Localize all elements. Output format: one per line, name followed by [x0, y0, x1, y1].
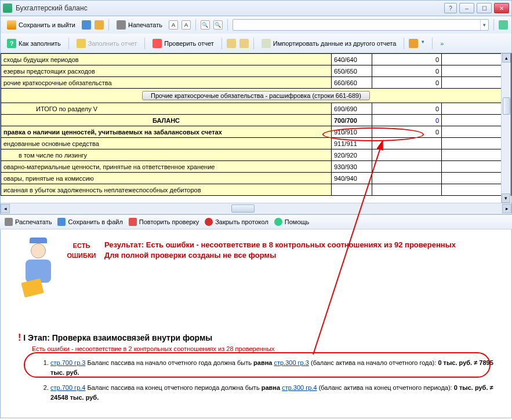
toolbar-secondary: ?Как заполнить Заполнить отчет Проверить…	[0, 34, 512, 53]
font-a-icon[interactable]: A	[169, 20, 178, 30]
search-dropdown-icon[interactable]: ▾	[480, 20, 488, 30]
import-label: Импортировать данные из другого отчета	[273, 40, 396, 47]
error-item: стр.700 гр.3 Баланс пассива на начало от…	[50, 358, 494, 377]
check-icon	[152, 39, 162, 48]
font-b-icon[interactable]: A	[181, 20, 191, 30]
print-icon	[117, 20, 126, 30]
error-link[interactable]: стр.300 гр.3	[274, 359, 308, 366]
repeat-icon	[129, 218, 137, 226]
save-and-exit-button[interactable]: Сохранить и выйти	[4, 19, 78, 31]
settings-icon[interactable]	[409, 39, 418, 48]
vertical-scrollbar[interactable]: ▴ ▾	[501, 53, 511, 203]
print-label: Напечатать	[128, 21, 162, 28]
protocol-toolbar: Распечатать Сохранить в файл Повторить п…	[0, 214, 512, 229]
check-report-button[interactable]: Проверить отчет	[150, 38, 217, 49]
error-item: стр.700 гр.4 Баланс пассива на конец отч…	[50, 383, 494, 402]
save-exit-icon	[7, 20, 16, 30]
print-button[interactable]: Напечатать	[114, 19, 165, 31]
officer-illustration	[18, 240, 59, 298]
stage-subtitle: Есть ошибки - несоответствие в 2 контрол…	[32, 345, 494, 352]
table-row[interactable]: рочие краткосрочные обязательства660/660…	[1, 77, 511, 89]
table-row-total[interactable]: ИТОГО по разделу V690/69000	[1, 103, 511, 115]
error-link[interactable]: стр.300 гр.4	[282, 384, 317, 391]
scroll-up-icon[interactable]: ▴	[502, 53, 511, 63]
balance-grid: сходы будущих периодов640/64000 езервы п…	[0, 53, 512, 214]
fill-report-label: Заполнить отчет	[88, 40, 137, 47]
scroll-thumb[interactable]	[503, 97, 510, 115]
disk-icon	[57, 218, 66, 226]
proto-help-button[interactable]: Помощь	[274, 218, 310, 226]
result-line-1: Результат: Есть ошибки - несоответствие …	[104, 240, 494, 250]
error-link[interactable]: стр.700 гр.3	[50, 359, 85, 366]
print-icon	[5, 218, 13, 226]
proto-repeat-button[interactable]: Повторить проверку	[129, 218, 199, 226]
save-exit-label: Сохранить и выйти	[19, 21, 75, 28]
check-report-label: Проверить отчет	[164, 40, 214, 47]
titlebar: Бухгалтерский баланс ? – ☐ ✕	[0, 0, 512, 16]
doc-in-icon[interactable]	[227, 39, 236, 48]
help-icon	[274, 218, 282, 226]
toolbar-primary: Сохранить и выйти Напечатать A A 🔍 🔍 ▾	[0, 16, 512, 34]
how-fill-button[interactable]: ?Как заполнить	[4, 38, 64, 49]
help-button[interactable]: ?	[444, 3, 457, 13]
result-line-2: Для полной проверки созданы не все формы	[104, 250, 494, 261]
proto-print-button[interactable]: Распечатать	[5, 218, 52, 226]
doc-out-icon[interactable]	[239, 39, 249, 48]
minimize-button[interactable]: –	[459, 3, 474, 13]
table-row[interactable]: овары, принятые на комиссию940/940	[1, 173, 511, 184]
protocol-body[interactable]: ЕСТЬ ОШИБКИ Результат: Есть ошибки - нес…	[0, 229, 512, 418]
table-row-balance[interactable]: БАЛАНС700/70000	[1, 115, 511, 126]
table-row[interactable]: ендованные основные средства911/911	[1, 138, 511, 149]
expand-rows-button[interactable]: Прочие краткосрочные обязательства - рас…	[142, 91, 370, 100]
settings-dropdown-icon[interactable]: ▾	[422, 39, 427, 48]
table-row[interactable]: оварно-материальные ценности, принятые н…	[1, 161, 511, 173]
error-link[interactable]: стр.700 гр.4	[50, 384, 85, 391]
hscroll-thumb[interactable]	[231, 204, 255, 213]
window-title: Бухгалтерский баланс	[16, 4, 444, 12]
proto-close-button[interactable]: Закрыть протокол	[205, 218, 268, 226]
scroll-left-icon[interactable]: ◂	[1, 204, 10, 213]
horizontal-scrollbar[interactable]: ◂ ▸	[1, 203, 511, 213]
pen-icon	[77, 39, 86, 48]
table-row[interactable]: в том числе по лизингу920/920	[1, 149, 511, 161]
search-field[interactable]: ▾	[233, 19, 489, 31]
refresh-icon[interactable]	[499, 20, 508, 30]
question-icon: ?	[7, 39, 16, 48]
overflow-icon[interactable]: »	[437, 39, 446, 48]
import-icon	[262, 39, 271, 48]
app-icon	[3, 3, 12, 13]
fill-report-button: Заполнить отчет	[74, 38, 140, 49]
zoom-in-icon[interactable]: 🔍	[201, 20, 210, 30]
table-row[interactable]: езервы предстоящих расходов650/65000	[1, 65, 511, 77]
table-row[interactable]: сходы будущих периодов640/64000	[1, 54, 511, 65]
save-icon[interactable]	[82, 20, 91, 30]
stage-title: !I Этап: Проверка взаимосвязей внутри фо…	[18, 333, 494, 343]
scroll-down-icon[interactable]: ▾	[502, 193, 510, 203]
save-as-icon[interactable]	[95, 20, 104, 30]
bang-icon: !	[18, 333, 21, 342]
table-row[interactable]: исанная в убыток задолженность неплатеже…	[1, 184, 511, 196]
close-proto-icon	[205, 218, 213, 226]
maximize-button[interactable]: ☐	[477, 3, 492, 13]
scroll-right-icon[interactable]: ▸	[502, 204, 511, 213]
error-badge: ЕСТЬ ОШИБКИ	[66, 240, 97, 260]
zoom-out-icon[interactable]: 🔍	[213, 20, 223, 30]
import-button[interactable]: Импортировать данные из другого отчета	[259, 38, 399, 49]
how-fill-label: Как заполнить	[19, 40, 61, 47]
proto-save-button[interactable]: Сохранить в файл	[57, 218, 122, 226]
close-button[interactable]: ✕	[494, 3, 509, 13]
